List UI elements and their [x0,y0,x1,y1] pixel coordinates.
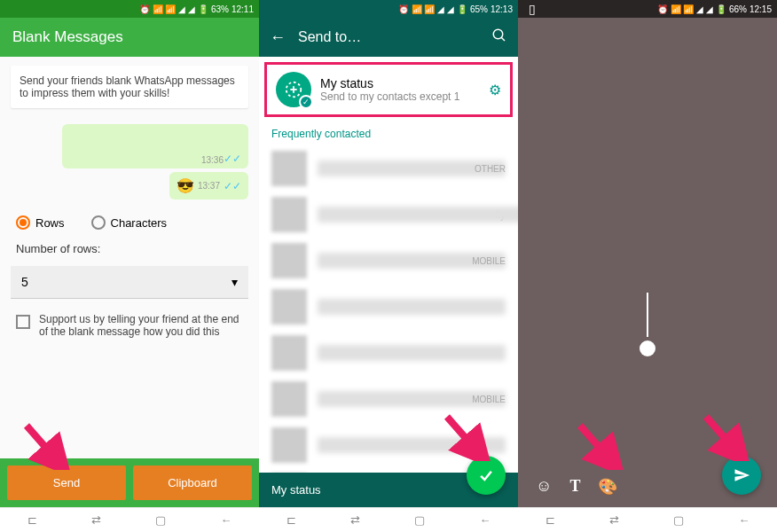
panel-blank-messages: ⏰ 📶 📶 ◢ ◢ 🔋 63% 12:11 Blank Messages Sen… [0,0,259,532]
nav-home-icon[interactable]: ▢ [414,513,425,527]
contact-type-tag: MOBILE [472,256,506,266]
bottom-bar-text: My status [271,483,321,497]
dropdown-icon: ▾ [232,275,238,289]
status-time: 12:15 [750,4,772,14]
text-icon[interactable]: T [569,477,580,497]
radio-label: Rows [35,216,65,230]
search-icon[interactable] [491,27,507,47]
checkmark-icon: ✓✓ [224,180,241,192]
nav-menu-icon[interactable]: ⊏ [545,513,555,527]
nav-recents-icon[interactable]: ⇄ [350,513,360,527]
check-badge-icon: ✓ [299,95,313,109]
status-icons: ⏰ 📶 📶 ◢ ◢ [139,4,195,14]
status-bar: ▯ ⏰ 📶 📶 ◢ ◢ 🔋 66% 12:15 [518,0,777,18]
nav-recents-icon[interactable]: ⇄ [609,513,619,527]
confirm-fab[interactable] [467,456,506,495]
send-fab[interactable] [722,456,761,495]
status-icons: ⏰ 📶 📶 ◢ ◢ [657,4,713,14]
android-navbar: ⊏ ⇄ ▢ ← [518,507,777,532]
battery-text: 65% [470,4,488,14]
notification-icon: ▯ [529,2,536,16]
status-icons: ⏰ 📶 📶 ◢ ◢ [398,4,454,14]
checkmark-icon: ✓✓ [224,153,241,165]
status-bar: ⏰ 📶 📶 ◢ ◢ 🔋 63% 12:11 [0,0,259,18]
back-arrow-icon[interactable]: ← [270,28,286,47]
support-checkbox-row[interactable]: Support us by telling your friend at the… [0,306,259,345]
frequently-contacted-header: Frequently contacted [259,122,518,145]
nav-menu-icon[interactable]: ⊏ [286,513,296,527]
radio-group: Rows Characters [0,207,259,239]
nav-home-icon[interactable]: ▢ [673,513,684,527]
radio-characters[interactable]: Characters [91,215,168,230]
contact-row[interactable]: ity [271,192,506,238]
annotation-arrow [571,417,624,470]
rows-select[interactable]: 5 ▾ [11,266,248,299]
my-status-subtitle: Send to my contacts except 1 [320,90,480,103]
emoji-icon[interactable]: ☺ [536,477,552,497]
nav-back-icon[interactable]: ← [738,513,750,527]
button-bar: Send Clipboard [0,458,259,507]
contact-row[interactable]: MOBILE [271,238,506,284]
battery-icon: 🔋 [198,4,208,14]
contact-type-tag: OTHER [475,164,506,174]
radio-label: Characters [111,216,168,230]
my-status-title: My status [320,76,480,90]
contact-row[interactable] [271,330,506,376]
svg-line-7 [580,426,611,461]
info-text: Send your friends blank WhatsApp message… [20,74,235,99]
svg-line-8 [706,417,737,452]
status-texts: My status Send to my contacts except 1 [320,76,480,103]
radio-icon [16,215,30,230]
chat-preview: 13:36 ✓✓ 😎 13:37 ✓✓ [0,117,259,207]
bubble-time: 13:37 [198,181,220,191]
contact-row[interactable] [271,422,506,468]
font-slider-handle[interactable] [640,340,655,356]
clipboard-button[interactable]: Clipboard [133,466,252,500]
my-status-row[interactable]: ✓ My status Send to my contacts except 1… [264,62,513,117]
bubble-time: 13:36 [201,155,224,165]
checkbox-icon [16,315,30,329]
nav-home-icon[interactable]: ▢ [155,513,166,527]
send-button[interactable]: Send [7,466,126,500]
radio-rows[interactable]: Rows [16,215,65,230]
sunglasses-emoji-icon: 😎 [177,177,194,194]
gear-icon[interactable]: ⚙ [489,82,501,98]
chat-bubble-blank: 13:36 ✓✓ [62,124,248,168]
checkbox-label: Support us by telling your friend at the… [39,313,243,338]
app-header: ← Send to… [259,18,518,57]
status-time: 12:11 [232,4,254,14]
battery-icon: 🔋 [716,4,726,14]
rows-label: Number of rows: [0,239,259,259]
contact-row[interactable]: OTHER [271,145,506,192]
nav-back-icon[interactable]: ← [479,513,491,527]
app-header: Blank Messages [0,18,259,57]
palette-icon[interactable]: 🎨 [598,477,617,497]
nav-back-icon[interactable]: ← [220,513,232,527]
annotation-arrow [697,408,750,461]
panel-status-composer: ▯ ⏰ 📶 📶 ◢ ◢ 🔋 66% 12:15 ☺ T 🎨 ⊏ ⇄ ▢ ← [518,0,777,532]
status-time: 12:13 [491,4,513,14]
battery-text: 63% [211,4,229,14]
select-value: 5 [21,275,28,289]
status-avatar-icon: ✓ [276,72,311,107]
android-navbar: ⊏ ⇄ ▢ ← [259,507,518,532]
svg-line-2 [501,37,505,41]
contact-row[interactable] [271,284,506,330]
chat-bubble-emoji: 😎 13:37 ✓✓ [169,172,248,200]
font-slider-track[interactable] [647,293,648,337]
header-title: Send to… [298,29,479,45]
svg-point-1 [493,29,503,39]
android-navbar: ⊏ ⇄ ▢ ← [0,507,259,532]
panel-send-to: ⏰ 📶 📶 ◢ ◢ 🔋 65% 12:13 ← Send to… ✓ My st… [259,0,518,532]
nav-menu-icon[interactable]: ⊏ [27,513,37,527]
info-card: Send your friends blank WhatsApp message… [11,66,248,108]
battery-text: 66% [729,4,747,14]
battery-icon: 🔋 [457,4,467,14]
header-title: Blank Messages [12,28,123,46]
contact-row[interactable]: MOBILE [271,376,506,422]
svg-line-0 [27,426,58,461]
nav-recents-icon[interactable]: ⇄ [91,513,101,527]
radio-icon [91,215,106,230]
status-bar: ⏰ 📶 📶 ◢ ◢ 🔋 65% 12:13 [259,0,518,18]
contact-type-tag: MOBILE [472,395,506,404]
